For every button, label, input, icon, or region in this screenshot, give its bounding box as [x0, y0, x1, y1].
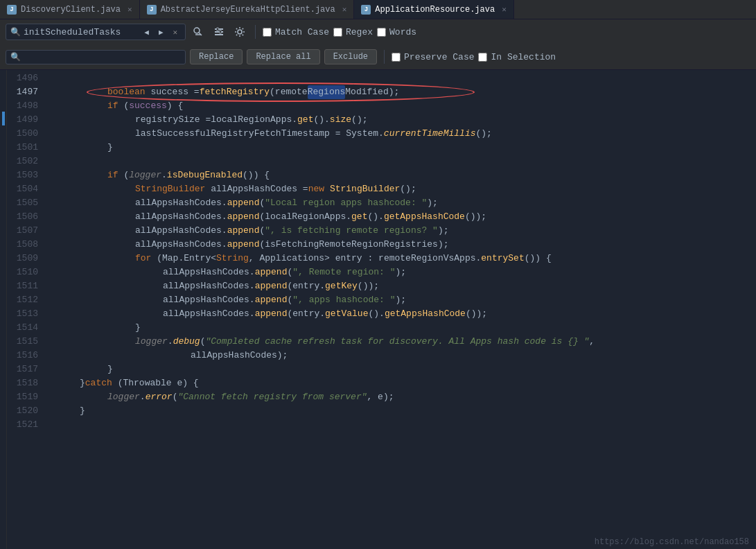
code-text: allAppsHashCodes. [135, 196, 227, 210]
fn-getAppsHashCode-1506: getAppsHashCode [384, 210, 465, 224]
line-1512: 1512 [7, 293, 38, 307]
clear-search-btn[interactable]: ✕ [169, 26, 181, 38]
line-1511: 1511 [7, 279, 38, 293]
kw-String: String [216, 252, 249, 265]
code-text: allAppsHashCodes. [163, 293, 255, 307]
tab-close-3[interactable]: ✕ [502, 5, 507, 14]
code-text: ()); [358, 279, 379, 293]
code-line-1516: allAppsHashCodes); [52, 349, 756, 363]
code-text: Modified); [345, 85, 399, 99]
code-text: ( [270, 85, 275, 99]
settings-btn[interactable] [231, 24, 248, 40]
code-text: (Throwable e) { [112, 376, 199, 390]
str-local: "Local region apps hashcode: " [265, 196, 427, 210]
preserve-case-checkbox-label[interactable]: Preserve Case [392, 52, 474, 62]
tab-discovery-client[interactable]: J DiscoveryClient.java ✕ [0, 0, 140, 19]
regex-checkbox-label[interactable]: Regex [333, 27, 373, 37]
find-all-btn[interactable] [190, 24, 206, 40]
code-text: (). [367, 210, 383, 224]
tab-label-1: DiscoveryClient.java [21, 5, 121, 15]
str-apps-hashcode: ", apps hashcode: " [292, 293, 395, 307]
code-text: } [135, 321, 141, 335]
code-text: (); [475, 127, 491, 141]
fn-append-1506: append [227, 210, 260, 224]
words-checkbox[interactable] [377, 28, 386, 37]
words-checkbox-label[interactable]: Words [377, 27, 416, 37]
kw-StringBuilder: StringBuilder [135, 182, 205, 196]
line-1521: 1521 [7, 418, 38, 432]
line-1514: 1514 [7, 321, 38, 335]
tab-close-1[interactable]: ✕ [128, 5, 132, 14]
code-content[interactable]: boolean success = fetchRegistry ( remote… [45, 70, 756, 549]
match-case-label: Match Case [275, 27, 329, 37]
code-text: success = [146, 85, 200, 99]
match-case-checkbox-label[interactable]: Match Case [263, 27, 329, 37]
line-1515: 1515 [7, 335, 38, 349]
fn-getAppsHashCode-1513: getAppsHashCode [385, 307, 466, 321]
tab-abstract-jersey[interactable]: J AbstractJerseyEurekaHttpClient.java ✕ [140, 0, 355, 19]
code-text: localRegionApps. [211, 113, 297, 127]
code-line-1517: } [52, 363, 756, 376]
code-text: ( [118, 168, 130, 182]
kw-new: new [308, 182, 324, 196]
tab-close-2[interactable]: ✕ [342, 5, 347, 14]
logger-ref-1515: logger [135, 335, 168, 349]
tab-bar: J DiscoveryClient.java ✕ J AbstractJerse… [0, 0, 756, 19]
regex-checkbox[interactable] [333, 28, 342, 37]
fn-getValue: getValue [325, 307, 368, 321]
tab-application-resource[interactable]: J ApplicationResource.java ✕ [354, 0, 513, 19]
fn-StringBuilder: StringBuilder [330, 182, 400, 196]
code-text: } [107, 141, 113, 155]
toolbar: 🔍 ◀ ▶ ✕ [0, 19, 756, 70]
fn-append-1508: append [227, 238, 260, 252]
code-line-1500: lastSuccessfulRegistryFetchTimestamp = S… [52, 127, 756, 141]
code-text: ()); [466, 307, 487, 321]
fn-getKey: getKey [325, 279, 358, 293]
line-1519: 1519 [7, 390, 38, 404]
kw-boolean: boolean [107, 85, 146, 99]
code-text: ( [287, 265, 292, 279]
prev-match-btn[interactable]: ◀ [141, 26, 152, 38]
svg-point-0 [194, 28, 200, 33]
exclude-button[interactable]: Exclude [324, 49, 377, 64]
code-text: ( [259, 224, 265, 238]
in-selection-checkbox-label[interactable]: In Selection [478, 52, 556, 62]
fn-append-1510: append [255, 265, 288, 279]
regex-label: Regex [346, 27, 373, 37]
line-1507: 1507 [7, 224, 38, 238]
tab-label-2: AbstractJerseyEurekaHttpClient.java [161, 5, 335, 15]
search-input-wrap[interactable]: 🔍 ◀ ▶ ✕ [6, 24, 186, 40]
svg-point-7 [219, 31, 222, 33]
next-match-btn[interactable]: ▶ [155, 26, 167, 38]
replace-button[interactable]: Replace [190, 49, 243, 64]
replace-input[interactable] [24, 52, 162, 62]
search-icon: 🔍 [10, 27, 21, 37]
code-text: } [107, 363, 113, 376]
code-text: ( [118, 99, 130, 113]
code-line-1504: StringBuilder allAppsHashCodes = new Str… [52, 182, 756, 196]
gear-icon [234, 26, 245, 37]
str-debug: "Completed cache refresh task for discov… [205, 335, 589, 349]
line-1518: 1518 [7, 376, 38, 390]
code-text: registrySize = [135, 113, 211, 127]
preserve-case-checkbox[interactable] [392, 53, 401, 62]
code-text: (localRegionApps. [259, 210, 351, 224]
replace-input-wrap[interactable]: 🔍 [6, 50, 186, 64]
code-text: (); [400, 182, 416, 196]
fn-debug: debug [173, 335, 200, 349]
separator-1 [255, 25, 256, 39]
search-input[interactable] [24, 27, 138, 37]
code-text: allAppsHashCodes. [135, 224, 227, 238]
code-text: lastSuccessfulRegistryFetchTimestamp = S… [135, 127, 384, 141]
line-1502: 1502 [7, 155, 38, 168]
code-text: ()) { [525, 252, 552, 265]
kw-if-1503: if [107, 168, 118, 182]
match-case-checkbox[interactable] [263, 28, 272, 37]
in-selection-checkbox[interactable] [478, 53, 487, 62]
replace-all-button[interactable]: Replace all [247, 49, 319, 64]
options-btn[interactable] [211, 24, 227, 40]
code-line-1501: } [52, 141, 756, 155]
code-text: ( [287, 293, 292, 307]
var-success-1498: success [129, 99, 167, 113]
kw-if: if [107, 99, 118, 113]
